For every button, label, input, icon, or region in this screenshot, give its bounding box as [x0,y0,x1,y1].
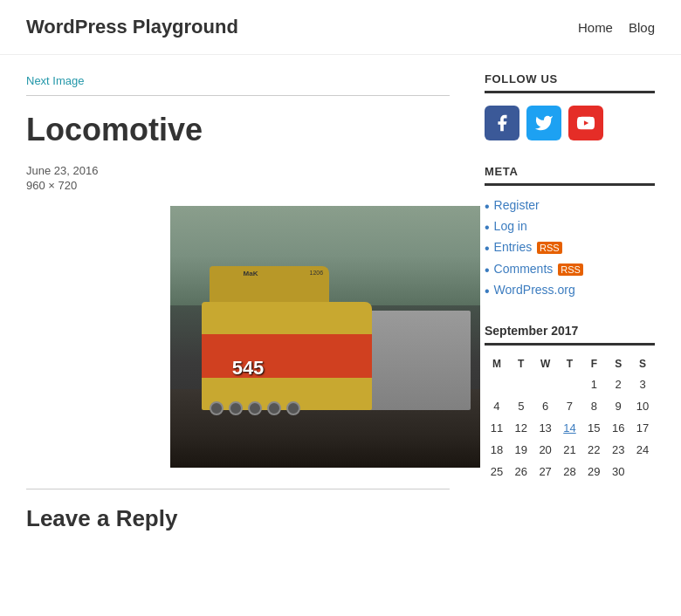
calendar-cell: 12 [509,417,533,439]
meta-entries-rss: Entries RSS [485,240,655,257]
bottom-divider [26,489,450,489]
cal-header-t2: T [558,354,582,373]
calendar-cell: 14 [558,417,582,439]
post-date: June 23, 2016 [26,164,450,177]
login-link[interactable]: Log in [494,219,527,233]
post-title: Locomotive [26,112,450,148]
calendar-cell: 9 [606,395,630,417]
rss-badge-comments: RSS [558,264,583,276]
calendar-day-link[interactable]: 14 [563,421,575,435]
cal-header-w: W [533,354,558,373]
calendar-cell [509,373,533,395]
entries-rss-link[interactable]: Entries RSS [494,240,562,254]
calendar-cell: 4 [485,395,509,417]
wordpress-org-link[interactable]: WordPress.org [494,283,575,297]
meta-list: Register Log in Entries RSS Comments RSS… [485,198,655,299]
main-content: Next Image Locomotive June 23, 2016 960 … [26,72,450,532]
calendar-row: 18192021222324 [485,439,655,461]
meta-section: META Register Log in Entries RSS Comment… [485,165,655,299]
calendar-cell: 2 [606,373,630,395]
calendar-cell: 3 [630,373,655,395]
nav-home[interactable]: Home [578,20,613,35]
meta-comments-rss: Comments RSS [485,262,655,278]
calendar-row: 11121314151617 [485,417,655,439]
calendar-row: 123 [485,373,655,395]
calendar-row: 45678910 [485,395,655,417]
next-image-link[interactable]: Next Image [26,74,84,87]
comments-rss-link[interactable]: Comments RSS [494,262,583,276]
calendar-cell: 13 [533,417,558,439]
facebook-icon[interactable] [485,106,519,140]
calendar-cell: 27 [533,461,558,483]
top-divider [26,95,450,96]
calendar-cell [533,373,558,395]
cal-header-s1: S [606,354,630,373]
calendar-cell: 11 [485,417,509,439]
cal-header-m: M [485,354,509,373]
site-title: WordPress Playground [26,16,238,38]
calendar-cell [630,461,655,483]
register-link[interactable]: Register [494,198,540,212]
calendar-cell: 21 [558,439,582,461]
calendar-cell: 6 [533,395,558,417]
meta-login: Log in [485,219,655,236]
site-body: Next Image Locomotive June 23, 2016 960 … [0,55,681,550]
calendar-cell: 30 [606,461,630,483]
calendar-cell: 1 [581,373,606,395]
calendar-row: 252627282930 [485,461,655,483]
calendar-cell: 16 [606,417,630,439]
post-dimensions: 960 × 720 [26,179,450,192]
cal-header-s2: S [630,354,655,373]
social-icons [485,106,655,140]
calendar-cell [485,373,509,395]
calendar-section: September 2017 M T W T F S S 12345678910… [485,324,655,483]
calendar-cell: 18 [485,439,509,461]
calendar-cell: 28 [558,461,582,483]
calendar-cell: 24 [630,439,655,461]
main-nav: Home Blog [578,20,655,35]
calendar-cell: 10 [630,395,655,417]
calendar-cell: 19 [509,439,533,461]
post-image: MaK 1206 545 [170,206,480,468]
calendar-cell: 15 [581,417,606,439]
calendar-cell: 20 [533,439,558,461]
calendar-cell: 5 [509,395,533,417]
calendar-cell: 17 [630,417,655,439]
follow-us-title: FOLLOW US [485,72,655,93]
nav-blog[interactable]: Blog [629,20,655,35]
calendar-cell: 22 [581,439,606,461]
post-meta: June 23, 2016 960 × 720 [26,164,450,192]
rss-badge-entries: RSS [537,242,562,254]
meta-title: META [485,165,655,186]
calendar-cell: 7 [558,395,582,417]
follow-us-section: FOLLOW US [485,72,655,140]
calendar-cell: 25 [485,461,509,483]
calendar-table: M T W T F S S 12345678910111213141516171… [485,354,655,483]
cal-header-t1: T [509,354,533,373]
sidebar: FOLLOW US [485,72,655,532]
calendar-body: 1234567891011121314151617181920212223242… [485,373,655,483]
twitter-icon[interactable] [526,106,561,140]
cal-header-f: F [581,354,606,373]
calendar-title: September 2017 [485,324,655,346]
calendar-cell: 26 [509,461,533,483]
meta-register: Register [485,198,655,215]
leave-reply-heading: Leave a Reply [26,505,450,532]
calendar-header-row: M T W T F S S [485,354,655,373]
calendar-cell: 8 [581,395,606,417]
calendar-cell: 23 [606,439,630,461]
site-header: WordPress Playground Home Blog [0,0,681,55]
youtube-icon[interactable] [568,106,603,140]
calendar-cell: 29 [581,461,606,483]
meta-wordpress-org: WordPress.org [485,283,655,299]
breadcrumb: Next Image [26,72,450,88]
calendar-cell [558,373,582,395]
